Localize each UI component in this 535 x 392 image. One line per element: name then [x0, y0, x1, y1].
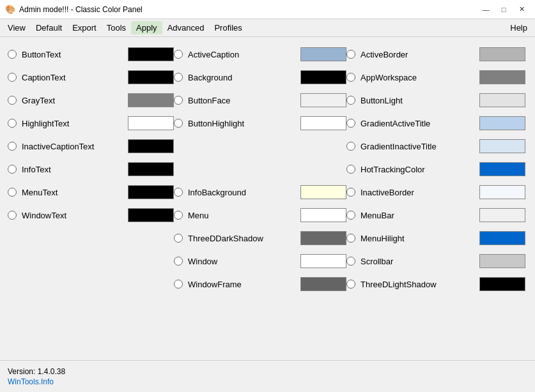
color-swatch-highlighttext[interactable]	[128, 116, 174, 130]
color-name-gradientinactivetitle: GradientInactiveTitle	[361, 142, 474, 151]
radio-gradientinactivetitle[interactable]	[346, 142, 355, 151]
radio-inactiveborder[interactable]	[346, 188, 355, 197]
color-swatch-buttonhighlight[interactable]	[300, 116, 346, 130]
minimize-button[interactable]: —	[477, 3, 494, 16]
menu-item-tools[interactable]: Tools	[102, 21, 131, 34]
radio-windowtext[interactable]	[8, 211, 17, 220]
table-row: GrayText	[8, 89, 174, 111]
table-row: MenuText	[8, 181, 174, 203]
radio-graytext[interactable]	[8, 96, 17, 105]
radio-inactivecaptiontext[interactable]	[8, 142, 17, 151]
table-row: Window	[174, 250, 346, 272]
color-swatch-menutext[interactable]	[128, 185, 174, 199]
color-swatch-threeddarkshadow[interactable]	[300, 231, 346, 245]
menu-item-apply[interactable]: Apply	[131, 21, 162, 34]
table-row: HighlightText	[8, 112, 174, 134]
radio-threeddarkshadow[interactable]	[174, 234, 183, 243]
status-bar: Version: 1.4.0.38 WinTools.Info	[0, 360, 535, 392]
radio-background[interactable]	[174, 73, 183, 82]
title-bar: 🎨 Admin mode!!! - Classic Color Panel — …	[0, 0, 535, 19]
menu-item-view[interactable]: View	[3, 21, 31, 34]
color-name-threeddarkshadow: ThreeDDarkShadow	[188, 234, 295, 243]
radio-buttonhighlight[interactable]	[174, 119, 183, 128]
radio-activecaption[interactable]	[174, 50, 183, 59]
table-row: MenuBar	[346, 204, 525, 226]
color-name-buttonface: ButtonFace	[188, 96, 295, 105]
radio-buttontext[interactable]	[8, 50, 17, 59]
radio-highlighttext[interactable]	[8, 119, 17, 128]
color-swatch-activecaption[interactable]	[300, 47, 346, 61]
color-swatch-background[interactable]	[300, 70, 346, 84]
color-swatch-scrollbar[interactable]	[479, 254, 525, 268]
radio-activeborder[interactable]	[346, 50, 355, 59]
help-menu-item[interactable]: Help	[505, 21, 532, 34]
table-row: ButtonHighlight	[174, 112, 346, 134]
table-row	[174, 158, 346, 180]
table-row	[174, 135, 346, 157]
table-row: WindowFrame	[174, 273, 346, 295]
website-link[interactable]: WinTools.Info	[8, 377, 527, 386]
radio-menu[interactable]	[174, 211, 183, 220]
color-swatch-inactiveborder[interactable]	[479, 185, 525, 199]
color-name-menutext: MenuText	[22, 188, 123, 197]
radio-hottrackingcolor[interactable]	[346, 165, 355, 174]
radio-appworkspace[interactable]	[346, 73, 355, 82]
color-name-graytext: GrayText	[22, 96, 123, 105]
radio-buttonlight[interactable]	[346, 96, 355, 105]
color-swatch-infotext[interactable]	[128, 162, 174, 176]
color-name-windowtext: WindowText	[22, 211, 123, 220]
radio-scrollbar[interactable]	[346, 257, 355, 266]
color-swatch-activeborder[interactable]	[479, 47, 525, 61]
color-swatch-hottrackingcolor[interactable]	[479, 162, 525, 176]
table-row: Scrollbar	[346, 250, 525, 272]
color-swatch-buttonface[interactable]	[300, 93, 346, 107]
table-row: InfoText	[8, 158, 174, 180]
radio-captiontext[interactable]	[8, 73, 17, 82]
radio-infobackground[interactable]	[174, 188, 183, 197]
table-row: Background	[174, 66, 346, 88]
color-swatch-inactivecaptiontext[interactable]	[128, 139, 174, 153]
maximize-button[interactable]: □	[495, 3, 512, 16]
color-swatch-windowtext[interactable]	[128, 208, 174, 222]
color-swatch-infobackground[interactable]	[300, 185, 346, 199]
menu-item-advanced[interactable]: Advanced	[162, 21, 210, 34]
color-swatch-gradientactivetitle[interactable]	[479, 116, 525, 130]
radio-infotext[interactable]	[8, 165, 17, 174]
color-swatch-menuhilight[interactable]	[479, 231, 525, 245]
table-row: ActiveCaption	[174, 43, 346, 65]
color-swatch-window[interactable]	[300, 254, 346, 268]
radio-gradientactivetitle[interactable]	[346, 119, 355, 128]
color-swatch-graytext[interactable]	[128, 93, 174, 107]
color-swatch-buttontext[interactable]	[128, 47, 174, 61]
radio-menutext[interactable]	[8, 188, 17, 197]
color-swatch-threedlightshadow[interactable]	[479, 277, 525, 291]
color-name-background: Background	[188, 73, 295, 82]
radio-windowframe[interactable]	[174, 280, 183, 289]
color-swatch-gradientinactivetitle[interactable]	[479, 139, 525, 153]
column-col1: ButtonTextCaptionTextGrayTextHighlightTe…	[8, 43, 174, 354]
color-name-window: Window	[188, 257, 295, 266]
menu-item-export[interactable]: Export	[67, 21, 102, 34]
color-swatch-buttonlight[interactable]	[479, 93, 525, 107]
menu-item-default[interactable]: Default	[31, 21, 67, 34]
color-swatch-menubar[interactable]	[479, 208, 525, 222]
color-swatch-appworkspace[interactable]	[479, 70, 525, 84]
menu-items: ViewDefaultExportToolsApplyAdvancedProfi…	[3, 21, 247, 34]
color-swatch-menu[interactable]	[300, 208, 346, 222]
color-name-buttonlight: ButtonLight	[361, 96, 474, 105]
radio-window[interactable]	[174, 257, 183, 266]
color-swatch-windowframe[interactable]	[300, 277, 346, 291]
color-swatch-captiontext[interactable]	[128, 70, 174, 84]
content-area: ButtonTextCaptionTextGrayTextHighlightTe…	[0, 37, 535, 360]
radio-menuhilight[interactable]	[346, 234, 355, 243]
menu-bar: ViewDefaultExportToolsApplyAdvancedProfi…	[0, 19, 535, 37]
menu-item-profiles[interactable]: Profiles	[209, 21, 247, 34]
radio-menubar[interactable]	[346, 211, 355, 220]
table-row: ThreeDDarkShadow	[174, 227, 346, 249]
table-row: GradientActiveTitle	[346, 112, 525, 134]
color-name-inactivecaptiontext: InactiveCaptionText	[22, 142, 123, 151]
radio-buttonface[interactable]	[174, 96, 183, 105]
table-row: HotTrackingColor	[346, 158, 525, 180]
radio-threedlightshadow[interactable]	[346, 280, 355, 289]
close-button[interactable]: ✕	[513, 3, 530, 16]
